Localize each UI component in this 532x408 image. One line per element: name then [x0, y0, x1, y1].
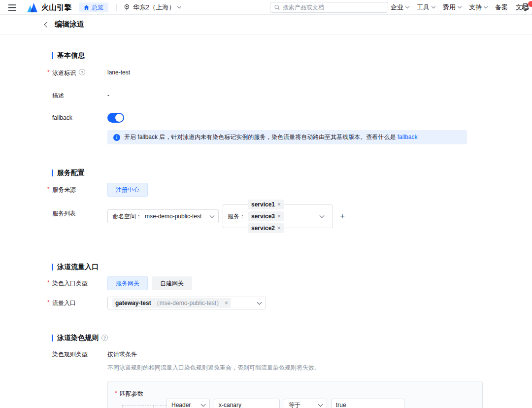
- condition-connector: [122, 405, 123, 408]
- field-entry-type: * 染色入口类型 服务网关 自建网关: [47, 276, 532, 290]
- chevron-down-icon: [484, 4, 488, 8]
- menu-icp[interactable]: 备案: [495, 3, 508, 12]
- region-selector[interactable]: 华东2（上海）: [124, 3, 181, 12]
- condition-connector: [153, 405, 154, 408]
- fallback-toggle[interactable]: [107, 113, 124, 123]
- back-button[interactable]: [41, 19, 52, 30]
- help-icon[interactable]: ?: [101, 335, 108, 341]
- tag-remove-icon[interactable]: ×: [277, 225, 281, 231]
- toggle-knob: [115, 114, 123, 122]
- chevron-down-icon: [458, 4, 462, 8]
- chevron-down-icon: [210, 213, 215, 218]
- notification-badge: [528, 1, 532, 7]
- menu-support[interactable]: 支持: [469, 3, 487, 12]
- lane-id-value: lane-test: [107, 69, 130, 77]
- field-service-list: * 服务列表 命名空间： mse-demo-public-test 服务： se…: [47, 204, 532, 228]
- traffic-entry-select[interactable]: gateway-test （mse-demo-public-test） ×: [107, 297, 266, 309]
- rule-type-label: 染色规则类型: [52, 350, 88, 359]
- service-tag: service2×: [248, 223, 284, 233]
- services-multiselect[interactable]: 服务： service1× service3× service2×: [223, 204, 333, 228]
- section-basic-info: 基本信息: [52, 51, 532, 60]
- search-input[interactable]: [283, 4, 384, 11]
- section-lane-dye-rules: 泳道染色规则 ?: [52, 334, 532, 342]
- field-traffic-entry: * 流量入口 gateway-test （mse-demo-public-tes…: [47, 297, 532, 309]
- section-accent-bar: [52, 335, 53, 341]
- param-type-select[interactable]: Header: [166, 399, 210, 408]
- chevron-down-icon: [320, 213, 325, 218]
- global-search[interactable]: [270, 2, 388, 13]
- registry-center-button[interactable]: 注册中心: [107, 183, 148, 197]
- location-pin-icon: [124, 4, 130, 11]
- chevron-down-icon: [257, 300, 262, 305]
- brand-name: 火山引擎: [41, 3, 72, 12]
- fallback-label: fallback: [52, 114, 72, 121]
- section-service-config: 服务配置: [52, 169, 532, 177]
- menu-enterprise[interactable]: 企业: [391, 3, 409, 12]
- section-lane-entry: 泳道流量入口: [52, 263, 532, 271]
- info-icon: i: [113, 134, 120, 141]
- overview-nav-pill[interactable]: 总览: [79, 2, 108, 12]
- volcengine-logo[interactable]: 火山引擎: [27, 3, 72, 12]
- fallback-info-banner: i 开启 fallback 后，针对泳道内未有染色标记实例的服务，染色流量将自动…: [107, 130, 467, 144]
- condition-connector: [122, 405, 166, 406]
- tag-remove-icon[interactable]: ×: [225, 300, 228, 306]
- service-tag: service3×: [248, 211, 284, 221]
- page-header: 编辑泳道: [0, 15, 532, 34]
- section-accent-bar: [52, 52, 53, 59]
- fallback-info-text: 开启 fallback 后，针对泳道内未有染色标记实例的服务，染色流量将自动路由…: [124, 134, 396, 140]
- hamburger-menu-icon[interactable]: [5, 0, 20, 15]
- traffic-entry-label: 流量入口: [52, 299, 76, 307]
- operator-select[interactable]: 等于: [284, 399, 327, 408]
- entry-type-self-built-gateway[interactable]: 自建网关: [152, 276, 192, 290]
- rule-type-value: 按请求条件: [107, 350, 137, 359]
- chevron-left-icon: [44, 22, 49, 27]
- param-key-input[interactable]: [214, 399, 280, 408]
- rule-hint-text: 不同泳道规则的相同流量入口染色规则避免重合，否则可能流量染色规则将失效。: [107, 364, 532, 372]
- section-accent-bar: [52, 264, 53, 271]
- match-params-label: 匹配参数: [120, 390, 143, 398]
- service-tag: service1×: [248, 200, 284, 209]
- dye-rule-card: * 匹配参数 Header 等于: [107, 381, 483, 408]
- service-list-label: 服务列表: [52, 209, 76, 218]
- tag-remove-icon[interactable]: ×: [277, 202, 281, 207]
- chevron-down-icon: [432, 4, 435, 8]
- entry-type-label: 染色入口类型: [52, 279, 88, 288]
- overview-label: 总览: [92, 3, 103, 12]
- section-title: 基本信息: [57, 51, 85, 60]
- namespace-value: mse-demo-public-test: [145, 213, 201, 220]
- namespace-label: 命名空间：: [112, 212, 142, 221]
- entry-type-service-gateway[interactable]: 服务网关: [107, 276, 148, 290]
- chevron-down-icon: [318, 402, 323, 407]
- namespace-select[interactable]: 命名空间： mse-demo-public-test: [107, 209, 219, 223]
- section-title: 泳道染色规则: [57, 334, 99, 342]
- help-icon[interactable]: ?: [79, 69, 85, 75]
- menu-billing[interactable]: 费用: [443, 3, 461, 12]
- fallback-info-link[interactable]: fallback: [398, 134, 418, 140]
- section-accent-bar: [52, 170, 53, 176]
- required-mark: *: [47, 69, 51, 76]
- page-title: 编辑泳道: [55, 20, 84, 29]
- description-value: -: [107, 92, 109, 100]
- divider: [116, 4, 117, 11]
- tag-remove-icon[interactable]: ×: [277, 213, 281, 219]
- chevron-down-icon: [405, 4, 409, 8]
- top-navigation-bar: 火山引擎 总览 华东2（上海） 企业 工具: [0, 0, 532, 15]
- field-service-source: * 服务来源 注册中心: [47, 183, 532, 197]
- field-fallback: * fallback: [47, 113, 532, 123]
- search-icon: [274, 4, 280, 10]
- menu-tools[interactable]: 工具: [417, 3, 435, 12]
- lane-id-label: 泳道标识: [52, 69, 76, 77]
- section-title: 泳道流量入口: [57, 263, 99, 272]
- chevron-down-icon: [177, 4, 181, 8]
- field-rule-type: * 染色规则类型 按请求条件: [47, 350, 532, 359]
- add-service-row-button[interactable]: +: [340, 211, 345, 228]
- region-label: 华东2（上海）: [133, 3, 175, 12]
- gateway-tag: gateway-test （mse-demo-public-test） ×: [112, 298, 231, 308]
- services-label: 服务：: [228, 212, 245, 221]
- notification-bell-icon[interactable]: [521, 2, 532, 13]
- service-source-label: 服务来源: [52, 186, 76, 194]
- home-icon: [84, 5, 89, 10]
- condition-row: Header 等于: [166, 399, 404, 408]
- param-value-input[interactable]: [331, 399, 404, 408]
- chevron-down-icon: [201, 402, 206, 407]
